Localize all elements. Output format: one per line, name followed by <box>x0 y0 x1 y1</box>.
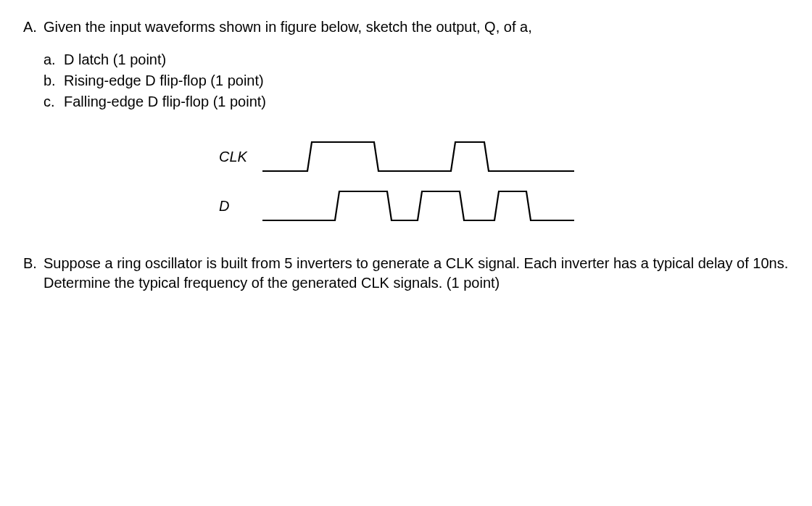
clk-label: CLK <box>219 147 262 175</box>
waveform-diagram: CLK D <box>219 138 789 225</box>
subitem-a-text: D latch (1 point) <box>64 50 166 70</box>
subitem-b-text: Rising-edge D flip-flop (1 point) <box>64 71 264 91</box>
subitem-b: b. Rising-edge D flip-flop (1 point) <box>44 71 789 91</box>
d-label: D <box>219 196 262 225</box>
subitem-c-text: Falling-edge D flip-flop (1 point) <box>64 92 266 112</box>
subitem-c: c. Falling-edge D flip-flop (1 point) <box>44 92 789 112</box>
subitem-a-letter: a. <box>44 50 64 70</box>
question-a-subitems: a. D latch (1 point) b. Rising-edge D fl… <box>44 50 789 112</box>
subitem-a: a. D latch (1 point) <box>44 50 789 70</box>
question-a-text: Given the input waveforms shown in figur… <box>44 17 789 37</box>
subitem-c-letter: c. <box>44 92 64 112</box>
subitem-b-letter: b. <box>44 71 64 91</box>
question-a-letter: A. <box>23 17 44 37</box>
question-a: A. Given the input waveforms shown in fi… <box>23 17 789 37</box>
d-row: D <box>219 187 789 225</box>
question-b-letter: B. <box>23 254 44 273</box>
question-b: B. Suppose a ring oscillator is built fr… <box>23 254 789 293</box>
clk-row: CLK <box>219 138 789 175</box>
d-waveform-icon <box>262 187 574 225</box>
question-b-text: Suppose a ring oscillator is built from … <box>44 254 789 293</box>
clk-waveform-icon <box>262 138 574 175</box>
